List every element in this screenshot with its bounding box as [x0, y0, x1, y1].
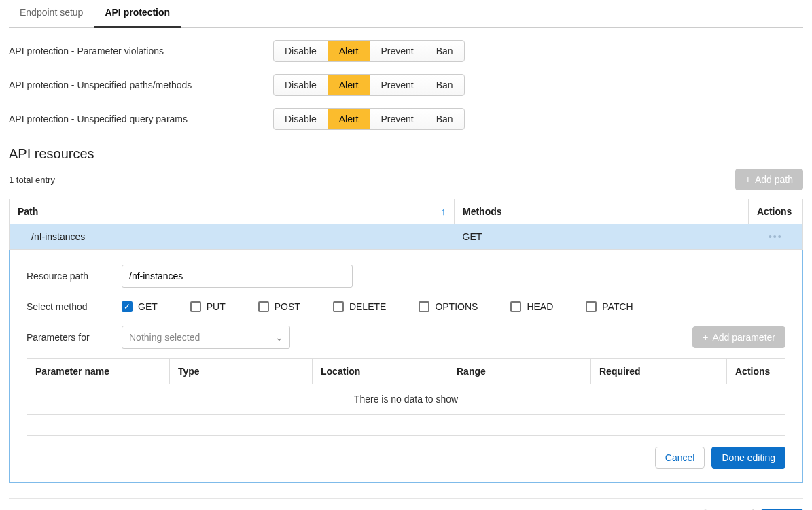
resource-path-input[interactable] — [122, 265, 353, 288]
param-col-location[interactable]: Location — [313, 359, 448, 384]
col-actions-header: Actions — [749, 199, 803, 224]
tab-api-protection[interactable]: API protection — [94, 0, 181, 28]
cancel-button[interactable]: Cancel — [655, 447, 705, 469]
table-row[interactable]: /nf-instances GET ••• — [10, 224, 803, 250]
mode-ban-button[interactable]: Ban — [425, 41, 464, 61]
setting-row: API protection - Unspecified query param… — [9, 108, 803, 130]
checkbox[interactable] — [419, 301, 429, 312]
resources-table: Path ↑ Methods Actions /nf-instances GET… — [9, 199, 803, 250]
method-label: HEAD — [527, 301, 553, 312]
mode-button-group: DisableAlertPreventBan — [273, 40, 465, 62]
method-label: GET — [138, 301, 158, 312]
plus-icon: + — [745, 175, 751, 184]
col-methods-header[interactable]: Methods — [455, 199, 749, 224]
method-get-option[interactable]: ✓GET — [122, 301, 158, 312]
tabs: Endpoint setup API protection — [9, 0, 803, 28]
mode-prevent-button[interactable]: Prevent — [370, 41, 425, 61]
sort-asc-icon: ↑ — [441, 206, 446, 217]
setting-row: API protection - Unspecified paths/metho… — [9, 74, 803, 96]
done-editing-button[interactable]: Done editing — [711, 447, 785, 469]
method-options-option[interactable]: OPTIONS — [419, 301, 478, 312]
method-patch-option[interactable]: PATCH — [586, 301, 633, 312]
checkbox[interactable] — [258, 301, 269, 312]
mode-ban-button[interactable]: Ban — [425, 109, 464, 129]
parameters-table: Parameter name Type Location Range Requi… — [27, 358, 785, 415]
mode-disable-button[interactable]: Disable — [274, 75, 328, 95]
param-col-name[interactable]: Parameter name — [27, 359, 170, 384]
checkbox[interactable]: ✓ — [122, 301, 133, 312]
mode-button-group: DisableAlertPreventBan — [273, 74, 465, 96]
entry-count: 1 total entry — [9, 175, 55, 185]
setting-label: API protection - Parameter violations — [9, 46, 273, 56]
add-path-label: Add path — [755, 174, 793, 185]
edit-panel: Resource path Select method ✓GETPUTPOSTD… — [9, 250, 803, 483]
mode-disable-button[interactable]: Disable — [274, 41, 328, 61]
method-label: PATCH — [602, 301, 633, 312]
method-head-option[interactable]: HEAD — [510, 301, 553, 312]
method-post-option[interactable]: POST — [258, 301, 300, 312]
mode-alert-button[interactable]: Alert — [328, 75, 370, 95]
checkbox[interactable] — [190, 301, 201, 312]
mode-alert-button[interactable]: Alert — [328, 109, 370, 129]
col-path-header[interactable]: Path ↑ — [10, 199, 455, 224]
mode-prevent-button[interactable]: Prevent — [370, 109, 425, 129]
method-label: OPTIONS — [435, 301, 478, 312]
resource-path-label: Resource path — [27, 271, 122, 282]
parameters-for-label: Parameters for — [27, 332, 122, 343]
more-icon[interactable]: ••• — [757, 231, 795, 242]
cell-methods: GET — [455, 224, 749, 250]
tab-endpoint-setup[interactable]: Endpoint setup — [9, 0, 94, 27]
setting-label: API protection - Unspecified query param… — [9, 114, 273, 124]
method-label: DELETE — [349, 301, 386, 312]
param-col-actions: Actions — [727, 359, 785, 384]
select-method-label: Select method — [27, 301, 122, 312]
method-label: POST — [275, 301, 300, 312]
panel-divider — [27, 435, 785, 436]
checkbox[interactable] — [586, 301, 597, 312]
parameters-for-select[interactable]: Nothing selected — [122, 326, 290, 349]
cell-path: /nf-instances — [10, 224, 455, 250]
add-parameter-label: Add parameter — [712, 332, 775, 343]
method-put-option[interactable]: PUT — [190, 301, 226, 312]
setting-label: API protection - Unspecified paths/metho… — [9, 80, 273, 90]
param-col-range[interactable]: Range — [448, 359, 591, 384]
mode-alert-button[interactable]: Alert — [328, 41, 370, 61]
method-delete-option[interactable]: DELETE — [333, 301, 386, 312]
param-col-required[interactable]: Required — [591, 359, 727, 384]
mode-prevent-button[interactable]: Prevent — [370, 75, 425, 95]
page-footer: Cancel Save — [9, 498, 803, 510]
mode-button-group: DisableAlertPreventBan — [273, 108, 465, 130]
param-col-type[interactable]: Type — [170, 359, 313, 384]
api-resources-heading: API resources — [9, 146, 803, 162]
checkbox[interactable] — [333, 301, 344, 312]
method-label: PUT — [207, 301, 226, 312]
mode-ban-button[interactable]: Ban — [425, 75, 464, 95]
plus-icon: + — [703, 333, 708, 342]
add-parameter-button[interactable]: + Add parameter — [692, 326, 785, 348]
setting-row: API protection - Parameter violationsDis… — [9, 40, 803, 62]
add-path-button[interactable]: + Add path — [735, 169, 803, 190]
mode-disable-button[interactable]: Disable — [274, 109, 328, 129]
no-data-message: There is no data to show — [27, 384, 785, 415]
checkbox[interactable] — [510, 301, 521, 312]
